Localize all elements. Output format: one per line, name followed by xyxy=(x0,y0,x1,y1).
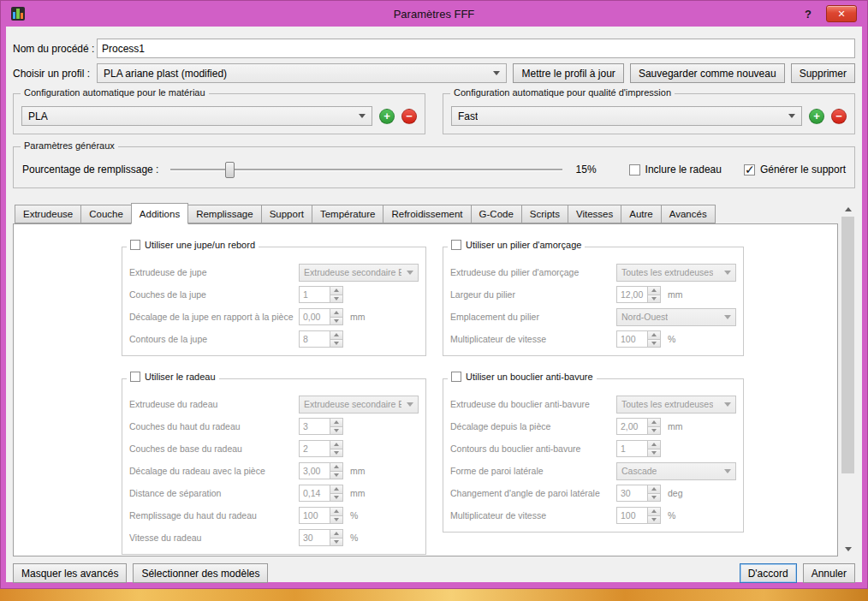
spinbox-value[interactable]: 100 xyxy=(616,507,648,524)
scroll-down-button[interactable] xyxy=(841,542,855,556)
include-raft-checkbox[interactable]: Inclure le radeau xyxy=(629,164,722,176)
spinbox-value[interactable]: 2 xyxy=(299,440,330,457)
tab-scripts[interactable]: Scripts xyxy=(521,205,568,223)
scroll-up-button[interactable] xyxy=(841,202,855,217)
spin-down-button[interactable] xyxy=(330,449,342,457)
remove-material-button[interactable]: − xyxy=(401,109,417,124)
spinbox-value[interactable]: 100 xyxy=(299,507,330,524)
spinbox-value[interactable]: 1 xyxy=(299,286,330,303)
setting-spinbox[interactable]: 0,14 xyxy=(299,485,343,502)
spin-down-button[interactable] xyxy=(330,317,342,325)
spin-down-button[interactable] xyxy=(648,515,660,524)
setting-spinbox[interactable]: 100 xyxy=(616,507,661,524)
spin-up-button[interactable] xyxy=(330,463,342,471)
generate-support-checkbox[interactable]: Générer le support xyxy=(744,164,846,176)
spin-down-button[interactable] xyxy=(648,426,660,435)
profile-combobox[interactable]: PLA ariane plast (modified) xyxy=(97,63,507,83)
skirt-checkbox[interactable] xyxy=(130,240,140,250)
setting-combobox[interactable]: Extrudeuse secondaire E1 xyxy=(299,396,419,414)
spin-up-button[interactable] xyxy=(648,441,660,449)
spin-up-button[interactable] xyxy=(330,485,342,493)
spinbox-value[interactable]: 12,00 xyxy=(616,286,648,303)
spin-down-button[interactable] xyxy=(648,339,660,348)
add-material-button[interactable]: + xyxy=(379,109,395,124)
checkbox-icon[interactable] xyxy=(629,164,640,176)
scrollbar-thumb[interactable] xyxy=(841,217,854,473)
ooze-shield-checkbox[interactable] xyxy=(451,372,461,382)
spin-down-button[interactable] xyxy=(330,295,342,303)
select-models-button[interactable]: Sélectionner des modèles xyxy=(133,563,268,583)
tab-support[interactable]: Support xyxy=(261,205,312,223)
spin-up-button[interactable] xyxy=(330,419,342,426)
setting-spinbox[interactable]: 1 xyxy=(299,286,343,303)
tab-additions[interactable]: Additions xyxy=(131,203,188,224)
spin-down-button[interactable] xyxy=(648,295,660,303)
setting-spinbox[interactable]: 30 xyxy=(616,485,661,502)
spin-up-button[interactable] xyxy=(648,508,660,515)
spin-up-button[interactable] xyxy=(330,530,342,538)
spin-up-button[interactable] xyxy=(648,287,660,295)
spinbox-value[interactable]: 100 xyxy=(616,330,648,348)
spinbox-value[interactable]: 30 xyxy=(299,529,330,546)
vertical-scrollbar[interactable] xyxy=(841,202,855,556)
spin-down-button[interactable] xyxy=(648,449,660,457)
spin-up-button[interactable] xyxy=(648,419,660,426)
ok-button[interactable]: D'accord xyxy=(740,563,797,583)
spin-down-button[interactable] xyxy=(330,426,342,435)
spinbox-value[interactable]: 0,00 xyxy=(299,308,330,325)
tab-refroidissement[interactable]: Refroidissement xyxy=(383,205,471,223)
spin-down-button[interactable] xyxy=(330,339,342,348)
setting-combobox[interactable]: Toutes les extrudeuses xyxy=(616,396,736,414)
spin-down-button[interactable] xyxy=(330,515,342,524)
spin-down-button[interactable] xyxy=(330,471,342,479)
setting-spinbox[interactable]: 2,00 xyxy=(616,418,661,435)
setting-spinbox[interactable]: 2 xyxy=(299,440,343,457)
setting-combobox[interactable]: Nord-Ouest xyxy=(616,308,736,326)
setting-combobox[interactable]: Cascade xyxy=(616,462,736,480)
tab-extrudeuse[interactable]: Extrudeuse xyxy=(15,205,81,223)
tab-g-code[interactable]: G-Code xyxy=(471,205,522,223)
spinbox-value[interactable]: 3,00 xyxy=(299,462,330,479)
material-combobox[interactable]: PLA xyxy=(21,106,372,126)
delete-profile-button[interactable]: Supprimer xyxy=(791,63,855,83)
spin-up-button[interactable] xyxy=(330,287,342,295)
close-button[interactable]: ✕ xyxy=(826,5,857,22)
spin-up-button[interactable] xyxy=(330,331,342,339)
tab-remplissage[interactable]: Remplissage xyxy=(187,205,261,223)
help-button[interactable]: ? xyxy=(800,8,816,21)
spin-up-button[interactable] xyxy=(330,309,342,317)
process-name-input[interactable] xyxy=(97,39,855,58)
save-as-new-button[interactable]: Sauvegarder comme nouveau xyxy=(630,63,785,83)
infill-slider-thumb[interactable] xyxy=(225,162,235,178)
infill-slider[interactable] xyxy=(170,160,562,179)
spin-down-button[interactable] xyxy=(330,538,342,546)
setting-spinbox[interactable]: 8 xyxy=(299,330,343,348)
checkbox-icon[interactable] xyxy=(744,164,755,176)
setting-spinbox[interactable]: 0,00 xyxy=(299,308,343,325)
raft-checkbox[interactable] xyxy=(130,372,140,382)
setting-spinbox[interactable]: 30 xyxy=(299,529,343,546)
spin-up-button[interactable] xyxy=(648,331,660,339)
spin-up-button[interactable] xyxy=(648,485,660,493)
spin-up-button[interactable] xyxy=(330,508,342,515)
spinbox-value[interactable]: 8 xyxy=(299,330,330,348)
tab-autre[interactable]: Autre xyxy=(621,205,662,223)
prime-pillar-checkbox[interactable] xyxy=(451,240,461,250)
cancel-button[interactable]: Annuler xyxy=(803,563,855,583)
add-quality-button[interactable]: + xyxy=(809,109,824,124)
setting-spinbox[interactable]: 3 xyxy=(299,418,343,435)
tab-temp-rature[interactable]: Température xyxy=(312,205,384,223)
setting-combobox[interactable]: Extrudeuse secondaire E xyxy=(299,264,419,282)
tab-vitesses[interactable]: Vitesses xyxy=(568,205,621,223)
tab-couche[interactable]: Couche xyxy=(80,205,132,223)
spinbox-value[interactable]: 2,00 xyxy=(616,418,648,435)
spinbox-value[interactable]: 0,14 xyxy=(299,485,330,502)
spinbox-value[interactable]: 1 xyxy=(616,440,648,457)
setting-spinbox[interactable]: 12,00 xyxy=(616,286,661,303)
setting-spinbox[interactable]: 1 xyxy=(616,440,661,457)
setting-spinbox[interactable]: 3,00 xyxy=(299,462,343,479)
spin-up-button[interactable] xyxy=(330,441,342,449)
setting-combobox[interactable]: Toutes les extrudeuses xyxy=(616,264,736,282)
tab-avanc-s[interactable]: Avancés xyxy=(661,205,716,223)
titlebar[interactable]: Paramètres FFF ? ✕ xyxy=(6,1,862,27)
